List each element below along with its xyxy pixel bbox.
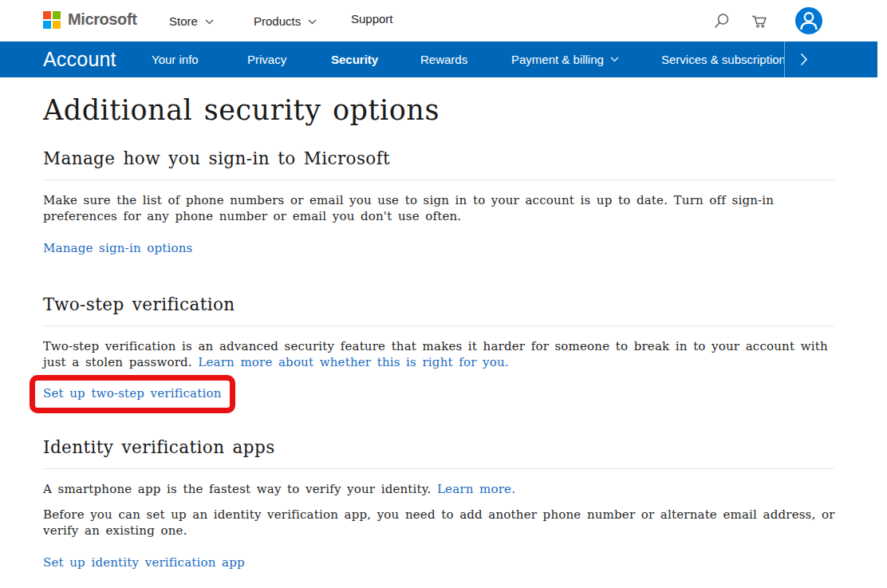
cart-icon [751,13,768,30]
chevron-down-icon [308,19,317,25]
account-nav-payment-billing[interactable]: Payment & billing [511,41,619,77]
account-nav-services-subscriptions[interactable]: Services & subscriptions [661,41,784,77]
set-up-two-step-verification-link[interactable]: Set up two-step verification [43,386,222,401]
two-step-heading: Two-step verification [43,294,834,315]
top-nav-support[interactable]: Support [351,0,393,39]
section-divider [43,180,834,180]
account-avatar[interactable] [795,7,822,34]
microsoft-logo[interactable]: Microsoft [43,10,136,29]
two-step-learn-more-link[interactable]: Learn more about whether this is right f… [198,355,508,369]
nav-divider [784,41,785,77]
two-step-body-line1: Two-step verification is an advanced sec… [43,338,834,354]
account-nav-bar: Account Your info Privacy Security Rewar… [0,41,877,77]
two-step-body-line2-text: just a stolen password. [43,355,192,369]
identity-intro-line: A smartphone app is the fastest way to v… [43,481,834,497]
top-nav-store[interactable]: Store [169,0,214,41]
main-content: Additional security options Manage how y… [43,77,834,570]
identity-body-line1: Before you can set up an identity verifi… [43,507,834,523]
payment-billing-label: Payment & billing [511,53,604,66]
sign-in-body-line1: Make sure the list of phone numbers or e… [43,192,834,208]
section-divider [43,468,834,469]
chevron-down-icon [610,57,619,62]
chevron-right-icon [800,53,808,66]
set-up-identity-verification-app-link[interactable]: Set up identity verification app [43,555,245,570]
account-nav-your-info[interactable]: Your info [152,41,199,77]
chevron-down-icon [205,19,214,25]
logo-square-red [43,11,51,19]
section-sign-in: Manage how you sign-in to Microsoft Make… [43,148,834,256]
search-button[interactable] [713,0,730,41]
sign-in-body-line2: preferences for any phone number or emai… [43,208,834,224]
top-bar: Microsoft Store Products Support [0,0,887,41]
identity-learn-more-link[interactable]: Learn more. [437,482,515,496]
identity-body-line2: verify an existing one. [43,523,834,539]
section-divider [43,326,834,326]
search-icon [713,13,730,30]
two-step-body-line2: just a stolen password. Learn more about… [43,354,834,370]
sign-in-heading: Manage how you sign-in to Microsoft [43,148,834,169]
rewards-label: Rewards [420,53,467,66]
logo-square-green [53,11,61,19]
person-icon [795,7,822,34]
page-title: Additional security options [43,94,834,126]
account-nav-rewards[interactable]: Rewards [420,41,467,77]
your-info-label: Your info [152,53,199,66]
identity-intro-text: A smartphone app is the fastest way to v… [43,482,431,496]
privacy-label: Privacy [247,53,286,66]
section-two-step-verification: Two-step verification Two-step verificat… [43,294,834,413]
nav-overflow-button[interactable] [786,41,822,77]
security-label: Security [331,53,378,66]
services-subscriptions-label: Services & subscriptions [661,53,784,66]
top-nav-store-label: Store [169,14,198,28]
section-identity-verification: Identity verification apps A smartphone … [43,436,834,570]
cart-button[interactable] [751,0,768,41]
manage-sign-in-options-link[interactable]: Manage sign-in options [43,241,192,255]
top-nav-support-label: Support [351,12,393,26]
account-nav-privacy[interactable]: Privacy [247,41,286,77]
account-nav-security-active[interactable]: Security [331,41,378,77]
top-nav-products-label: Products [254,14,301,28]
account-nav-brand[interactable]: Account [43,41,116,77]
microsoft-wordmark: Microsoft [68,10,136,29]
top-nav-products[interactable]: Products [254,0,317,41]
red-highlight-box: Set up two-step verification [30,375,235,413]
logo-square-yellow [53,21,61,29]
identity-heading: Identity verification apps [43,436,834,458]
microsoft-logo-icon [43,11,61,29]
logo-square-blue [43,21,51,29]
